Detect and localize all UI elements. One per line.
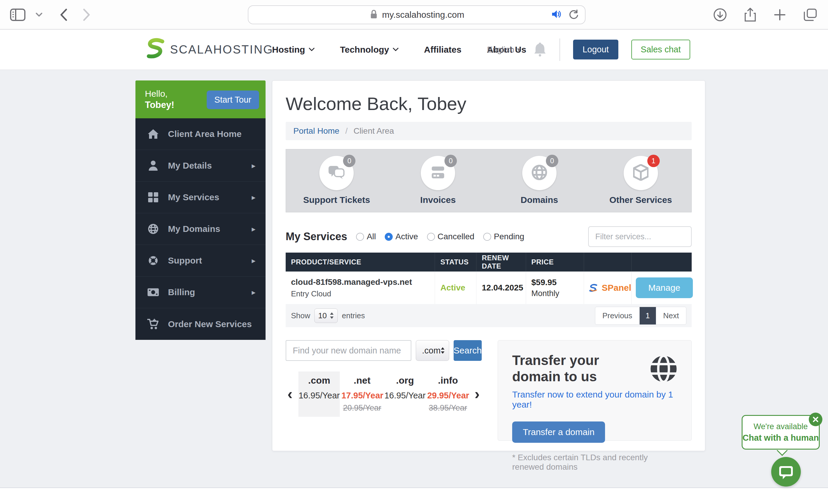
url-text: my.scalahosting.com (382, 10, 464, 20)
nav-hosting[interactable]: Hosting (272, 45, 315, 55)
current-page-button[interactable]: 1 (639, 307, 656, 325)
sidebar: Hello, Tobey! Start Tour Client Area Hom… (135, 80, 265, 340)
language-selector[interactable]: English▾ (487, 45, 521, 54)
notifications-bell-icon[interactable] (534, 41, 546, 58)
logout-button[interactable]: Logout (573, 40, 618, 59)
main-card: Welcome Back, Tobey Portal Home / Client… (272, 80, 705, 451)
transfer-note: * Excludes certain TLDs and recently ren… (512, 453, 677, 472)
tld-select[interactable]: .com (416, 340, 449, 361)
caret-down-icon: ▾ (517, 46, 521, 53)
tab-group-chevron-icon[interactable] (36, 12, 43, 17)
stat-domains[interactable]: 0 Domains (489, 150, 590, 212)
cube-icon (633, 164, 649, 182)
product-name: cloud-81f598.managed-vps.net (291, 278, 435, 287)
chevron-down-icon (393, 48, 399, 51)
chat-launcher-button[interactable] (771, 457, 801, 487)
sidebar-item-support[interactable]: Support ▸ (135, 245, 265, 277)
share-icon[interactable] (744, 7, 756, 22)
stat-badge: 0 (343, 155, 356, 167)
new-tab-icon[interactable] (774, 9, 786, 21)
spanel-icon (589, 282, 598, 294)
stats-panel: 0 Support Tickets 0 Invoices (286, 149, 692, 212)
breadcrumb-portal-home-link[interactable]: Portal Home (293, 126, 339, 136)
stat-label: Invoices (420, 195, 456, 205)
stat-label: Other Services (610, 195, 672, 205)
services-heading: My Services (286, 230, 347, 243)
col-price: PRICE (526, 253, 584, 271)
tld-net[interactable]: .net 17.95/Year 20.95/Year (341, 372, 383, 417)
pagination: Previous 1 Next (595, 307, 686, 325)
domain-search-input[interactable] (286, 340, 411, 361)
sidebar-item-my-services[interactable]: My Services ▸ (135, 181, 265, 213)
sales-chat-button[interactable]: Sales chat (631, 40, 690, 59)
transfer-domain-button[interactable]: Transfer a domain (512, 421, 605, 443)
filter-pending[interactable]: Pending (483, 232, 524, 241)
sidebar-toggle-icon[interactable] (10, 9, 26, 21)
stat-support-tickets[interactable]: 0 Support Tickets (286, 150, 387, 212)
tld-com[interactable]: .com 16.95/Year (298, 372, 340, 417)
life-ring-icon (147, 255, 159, 266)
manage-button[interactable]: Manage (636, 278, 693, 298)
sidebar-item-my-details[interactable]: My Details ▸ (135, 150, 265, 181)
filter-cancelled[interactable]: Cancelled (427, 232, 474, 241)
stat-other-services[interactable]: 1 Other Services (590, 150, 691, 212)
audio-playing-icon[interactable] (551, 9, 562, 20)
nav-technology[interactable]: Technology (340, 45, 399, 55)
sidebar-item-order-new-services[interactable]: Order New Services (135, 308, 265, 340)
filter-all[interactable]: All (356, 232, 376, 241)
user-icon (147, 160, 159, 171)
billing-cycle: Monthly (531, 289, 584, 298)
filter-active[interactable]: Active (385, 232, 418, 241)
sidebar-item-my-domains[interactable]: My Domains ▸ (135, 213, 265, 245)
globe-icon (649, 354, 678, 385)
spanel-label: SPanel (602, 283, 631, 293)
start-tour-button[interactable]: Start Tour (207, 90, 259, 109)
filter-services-input[interactable] (588, 226, 692, 247)
previous-page-button[interactable]: Previous (595, 307, 639, 325)
back-icon[interactable] (60, 9, 68, 21)
sidebar-item-client-area-home[interactable]: Client Area Home (135, 118, 265, 150)
header-divider (560, 38, 560, 61)
table-footer: Show 10 entries Previous 1 Next (286, 304, 692, 327)
cart-plus-icon (147, 319, 159, 330)
scalahosting-logo[interactable]: SCALAHOSTING (147, 38, 273, 61)
transfer-panel: Transfer your domain to us Transfer now … (498, 340, 692, 441)
chat-close-button[interactable] (809, 413, 822, 426)
chat-line2: Chat with a human (743, 433, 819, 443)
chevron-right-icon: ▸ (252, 193, 255, 202)
reload-icon[interactable] (568, 9, 579, 21)
address-bar[interactable]: my.scalahosting.com (248, 5, 585, 24)
globe-icon (147, 223, 159, 234)
renew-date: 12.04.2025 (482, 283, 526, 293)
spanel-link[interactable]: SPanel (584, 271, 632, 304)
col-status: STATUS (435, 253, 477, 271)
status-filters: All Active Cancelled Pending (356, 232, 524, 241)
table-row: cloud-81f598.managed-vps.net Entry Cloud… (286, 271, 692, 304)
product-plan: Entry Cloud (291, 289, 435, 298)
chevron-right-icon: ▸ (252, 161, 255, 170)
radio-icon (483, 233, 491, 241)
sidebar-item-billing[interactable]: Billing ▸ (135, 277, 265, 308)
breadcrumb: Portal Home / Client Area (286, 122, 692, 140)
domain-search-section: .com Search ‹ .com 16.95/Year (286, 340, 482, 441)
entries-select[interactable]: 10 (314, 308, 338, 323)
grid-icon (147, 192, 159, 202)
tab-overview-icon[interactable] (803, 8, 818, 22)
carousel-next-icon[interactable]: › (473, 386, 482, 402)
tld-org[interactable]: .org 16.95/Year (384, 372, 426, 417)
domain-search-button[interactable]: Search (454, 340, 482, 361)
chat-bubbles-icon (328, 165, 345, 181)
col-panel (584, 253, 632, 271)
chat-invitation[interactable]: We're available Chat with a human (742, 415, 820, 450)
tld-carousel: ‹ .com 16.95/Year .net 17.95/Year 20.95/… (286, 374, 482, 414)
stat-invoices[interactable]: 0 Invoices (387, 150, 489, 212)
next-page-button[interactable]: Next (656, 307, 686, 325)
forward-icon[interactable] (83, 9, 90, 21)
nav-affiliates[interactable]: Affiliates (424, 45, 462, 55)
sidebar-greeting-panel: Hello, Tobey! Start Tour (135, 80, 265, 118)
tld-info[interactable]: .info 29.95/Year 38.95/Year (427, 372, 469, 417)
downloads-icon[interactable] (713, 8, 727, 22)
chevron-right-icon: ▸ (252, 224, 255, 234)
carousel-prev-icon[interactable]: ‹ (286, 386, 294, 402)
transfer-heading: Transfer your domain to us (512, 352, 624, 385)
